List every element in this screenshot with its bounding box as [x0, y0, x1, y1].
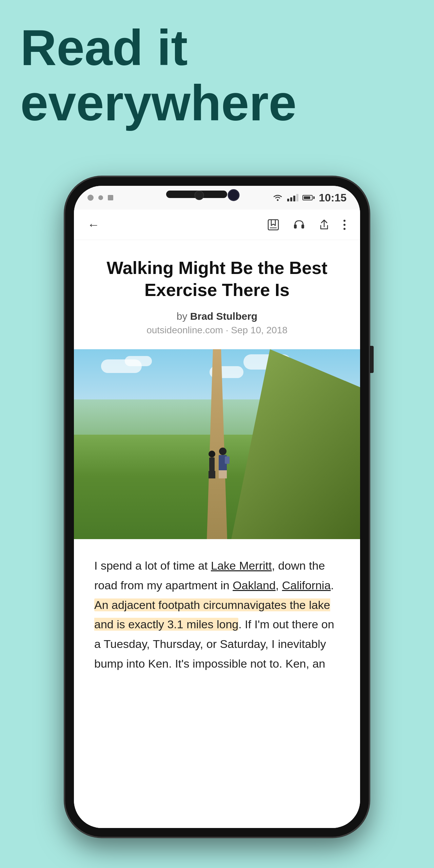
status-dot-1	[87, 195, 94, 201]
cloud-2	[125, 356, 152, 366]
phone-camera-left	[195, 191, 204, 200]
link-oakland[interactable]: Oakland	[233, 579, 276, 592]
hero-section: Read it everywhere	[20, 20, 414, 131]
person-2	[219, 448, 227, 478]
hero-title-line2: everywhere	[20, 75, 297, 131]
link-lake-merritt[interactable]: Lake Merritt	[211, 559, 272, 572]
article-title: Walking Might Be the Best Exercise There…	[94, 257, 340, 301]
landscape-scene	[74, 349, 360, 539]
phone-screen: 10:15 ←	[74, 186, 360, 828]
hero-title-line1: Read it	[20, 20, 188, 76]
toolbar-actions	[267, 219, 347, 231]
article-body-text: I spend a lot of time at Lake Merritt, d…	[94, 556, 340, 674]
share-icon[interactable]	[318, 219, 330, 231]
svg-point-0	[277, 199, 279, 201]
svg-point-5	[343, 220, 346, 222]
article-header: Walking Might Be the Best Exercise There…	[74, 240, 360, 349]
phone-mockup: 10:15 ←	[64, 176, 370, 837]
phone-camera-right	[228, 189, 240, 201]
svg-rect-3	[294, 224, 297, 229]
svg-point-6	[343, 224, 346, 226]
status-time: 10:15	[319, 192, 347, 204]
article-body: I spend a lot of time at Lake Merritt, d…	[74, 539, 360, 828]
people-silhouettes	[209, 448, 227, 478]
back-button[interactable]: ←	[87, 218, 100, 232]
wifi-icon	[272, 194, 283, 202]
svg-rect-1	[268, 220, 278, 230]
article-content: Walking Might Be the Best Exercise There…	[74, 240, 360, 828]
app-toolbar: ←	[74, 210, 360, 240]
audio-icon[interactable]	[292, 219, 306, 231]
person-1	[209, 451, 215, 478]
status-square	[108, 195, 113, 200]
article-author: Brad Stulberg	[190, 311, 257, 322]
more-icon[interactable]	[342, 219, 347, 231]
status-right-indicators: 10:15	[272, 192, 347, 204]
svg-rect-4	[301, 224, 304, 229]
svg-point-7	[343, 228, 346, 230]
hero-title: Read it everywhere	[20, 20, 414, 131]
article-byline: by Brad Stulberg	[94, 311, 340, 322]
link-california[interactable]: California	[282, 579, 331, 592]
phone-side-button	[370, 346, 374, 373]
save-icon[interactable]	[267, 219, 280, 231]
article-image	[74, 349, 360, 539]
status-dot-2	[98, 195, 103, 200]
phone-outer-shell: 10:15 ←	[64, 176, 370, 837]
signal-icon	[287, 194, 298, 201]
battery-icon	[302, 195, 315, 200]
article-meta: outsideonline.com · Sep 10, 2018	[94, 325, 340, 336]
status-left-indicators	[87, 195, 113, 201]
phone-camera-area	[195, 189, 240, 201]
